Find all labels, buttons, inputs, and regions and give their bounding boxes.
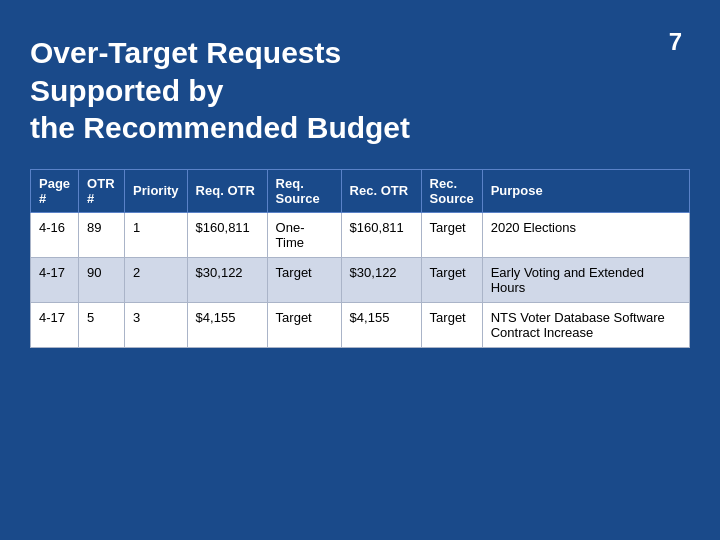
cell-purpose: NTS Voter Database Software Contract Inc…	[482, 302, 689, 347]
cell-req_otr: $160,811	[187, 212, 267, 257]
cell-priority: 2	[125, 257, 188, 302]
header-priority: Priority	[125, 169, 188, 212]
header-req-otr: Req. OTR	[187, 169, 267, 212]
header-rec-source: Rec. Source	[421, 169, 482, 212]
cell-rec_otr: $4,155	[341, 302, 421, 347]
cell-priority: 1	[125, 212, 188, 257]
cell-purpose: 2020 Elections	[482, 212, 689, 257]
header-rec-otr: Rec. OTR	[341, 169, 421, 212]
page-container: 7 Over-Target Requests Supported by the …	[0, 0, 720, 540]
cell-rec_otr: $30,122	[341, 257, 421, 302]
cell-rec_otr: $160,811	[341, 212, 421, 257]
header-otr-num: OTR #	[79, 169, 125, 212]
table-row: 4-1753$4,155Target$4,155TargetNTS Voter …	[31, 302, 690, 347]
table-header-row: Page # OTR # Priority Req. OTR Req. Sour…	[31, 169, 690, 212]
cell-purpose: Early Voting and Extended Hours	[482, 257, 689, 302]
page-number: 7	[669, 28, 682, 56]
header-page-num: Page #	[31, 169, 79, 212]
cell-rec_source: Target	[421, 212, 482, 257]
cell-req_otr: $30,122	[187, 257, 267, 302]
cell-otr_num: 89	[79, 212, 125, 257]
table-row: 4-16891$160,811One-Time$160,811Target202…	[31, 212, 690, 257]
cell-page_num: 4-16	[31, 212, 79, 257]
cell-otr_num: 90	[79, 257, 125, 302]
header-purpose: Purpose	[482, 169, 689, 212]
table-row: 4-17902$30,122Target$30,122TargetEarly V…	[31, 257, 690, 302]
cell-req_source: Target	[267, 302, 341, 347]
cell-req_source: One-Time	[267, 212, 341, 257]
cell-rec_source: Target	[421, 302, 482, 347]
cell-rec_source: Target	[421, 257, 482, 302]
page-title: Over-Target Requests Supported by the Re…	[30, 34, 690, 147]
cell-req_otr: $4,155	[187, 302, 267, 347]
data-table: Page # OTR # Priority Req. OTR Req. Sour…	[30, 169, 690, 348]
cell-otr_num: 5	[79, 302, 125, 347]
cell-priority: 3	[125, 302, 188, 347]
header-req-source: Req. Source	[267, 169, 341, 212]
cell-req_source: Target	[267, 257, 341, 302]
cell-page_num: 4-17	[31, 302, 79, 347]
cell-page_num: 4-17	[31, 257, 79, 302]
